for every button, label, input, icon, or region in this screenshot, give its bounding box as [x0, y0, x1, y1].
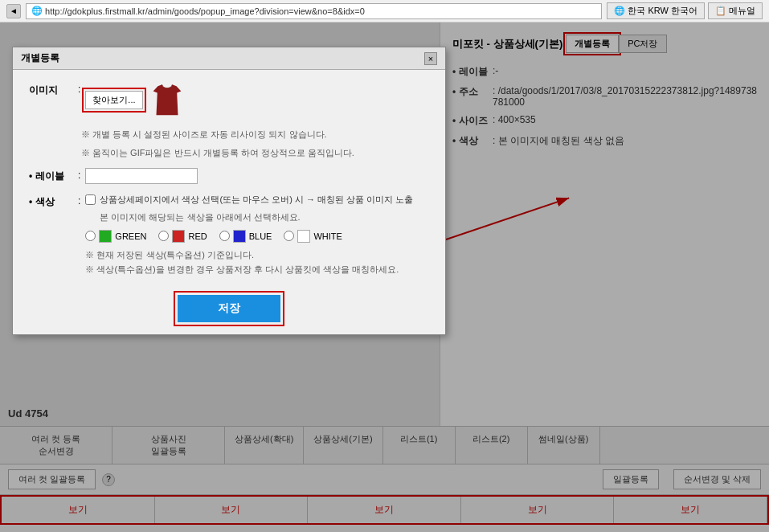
browser-url-bar[interactable]: 🌐 http://gdokplus.firstmall.kr/admin/goo…	[26, 3, 602, 19]
color-blue-label: BLUE	[249, 231, 272, 241]
save-btn-row: 저장	[29, 287, 429, 322]
modal-image-sep: :	[78, 82, 80, 95]
color-radio-blue: BLUE	[219, 230, 272, 243]
lang-label: 한국 KRW 한국어	[628, 5, 697, 17]
color-red-label: RED	[188, 231, 207, 241]
modal-label-field-label: • 레이블	[29, 168, 73, 183]
modal-note2: ※ 움직이는 GIF파일은 반드시 개별등록 하여 정상적으로 움직입니다.	[81, 146, 429, 161]
radio-white[interactable]	[284, 231, 294, 241]
radio-red[interactable]	[158, 231, 169, 241]
shirt-thumbnail	[151, 82, 183, 118]
main-content: 미포킷 - 상품상세(기본) 개별등록 PC저장 • 레이블 :- • 주소 :…	[0, 23, 769, 532]
lang-icon: 🌐	[614, 6, 625, 16]
modal-color-row: • 색상 : 상품상세페이지에서 색상 선택(또는 마우스 오버) 시 → 매칭…	[29, 194, 429, 277]
modal-dialog: 개별등록 × 이미지 : 찾아보기... ※ 개별 등록 시 설정된	[12, 47, 446, 335]
color-green-label: GREEN	[115, 231, 146, 241]
color-checkbox-label: 상품상세페이지에서 색상 선택(또는 마우스 오버) 시 → 매칭된 상품 이미…	[100, 194, 413, 206]
manual-label: 메뉴얼	[729, 6, 755, 15]
browser-bar: ◄ 🌐 http://gdokplus.firstmall.kr/admin/g…	[0, 0, 769, 23]
modal-image-label: 이미지	[29, 82, 73, 97]
radio-green[interactable]	[85, 231, 96, 241]
color-note2-text: ※ 색상(특수옵션)을 변경한 경우 상품저장 후 다시 상품킷에 색상을 매칭…	[85, 262, 429, 277]
swatch-blue	[233, 230, 246, 243]
modal-color-label: • 색상	[29, 194, 73, 209]
manual-icon: 📋	[715, 6, 726, 15]
modal-note1-text: ※ 개별 등록 시 설정된 사이즈로 자동 리사이징 되지 않습니다.	[81, 129, 327, 139]
modal-image-content: 찾아보기...	[85, 82, 429, 118]
browse-button[interactable]: 찾아보기...	[85, 91, 142, 109]
color-note1: ※ 현재 저장된 색상(특수옵션) 기준입니다. ※ 색상(특수옵션)을 변경한…	[85, 248, 429, 277]
color-radio-red: RED	[158, 230, 207, 243]
browser-back-btn[interactable]: ◄	[6, 4, 21, 18]
browser-right-btns: 🌐 한국 KRW 한국어 📋 메뉴얼	[607, 2, 763, 19]
radio-blue[interactable]	[219, 231, 230, 241]
modal-note1: ※ 개별 등록 시 설정된 사이즈로 자동 리사이징 되지 않습니다.	[81, 128, 429, 142]
label-input-field[interactable]	[85, 168, 198, 184]
manual-button[interactable]: 📋 메뉴얼	[708, 2, 763, 19]
color-radio-green: GREEN	[85, 230, 146, 243]
modal-label-content	[85, 168, 429, 184]
modal-title: 개별등록	[21, 51, 59, 65]
modal-body: 이미지 : 찾아보기... ※ 개별 등록 시 설정된 사이즈로 자동 리사이징…	[13, 70, 445, 334]
modal-color-sep: :	[78, 194, 80, 207]
modal-close-btn[interactable]: ×	[424, 52, 437, 65]
modal-color-content: 상품상세페이지에서 색상 선택(또는 마우스 오버) 시 → 매칭된 상품 이미…	[85, 194, 429, 277]
modal-label-sep: :	[78, 168, 80, 181]
color-desc: 본 이미지에 해당되는 색상을 아래에서 선택하세요.	[100, 211, 429, 225]
swatch-red	[172, 230, 185, 243]
browser-url-icon: 🌐	[31, 6, 43, 16]
modal-titlebar: 개별등록 ×	[13, 47, 445, 70]
color-note1-text: ※ 현재 저장된 색상(특수옵션) 기준입니다.	[85, 248, 429, 263]
color-desc-text: 본 이미지에 해당되는 색상을 아래에서 선택하세요.	[100, 212, 300, 222]
lang-button[interactable]: 🌐 한국 KRW 한국어	[607, 2, 705, 19]
color-radio-white: WHITE	[284, 230, 342, 243]
color-radio-row: GREEN RED BLUE	[85, 230, 429, 243]
swatch-green	[99, 230, 112, 243]
color-checkbox[interactable]	[85, 194, 96, 205]
color-checkbox-row: 상품상세페이지에서 색상 선택(또는 마우스 오버) 시 → 매칭된 상품 이미…	[85, 194, 429, 206]
swatch-white	[297, 230, 310, 243]
modal-label-row: • 레이블 :	[29, 168, 429, 184]
modal-note2-text: ※ 움직이는 GIF파일은 반드시 개별등록 하여 정상적으로 움직입니다.	[81, 148, 354, 158]
browser-url-text: http://gdokplus.firstmall.kr/admin/goods…	[45, 6, 365, 16]
modal-image-row: 이미지 : 찾아보기...	[29, 82, 429, 118]
save-button[interactable]: 저장	[178, 295, 280, 322]
color-white-label: WHITE	[313, 231, 342, 241]
